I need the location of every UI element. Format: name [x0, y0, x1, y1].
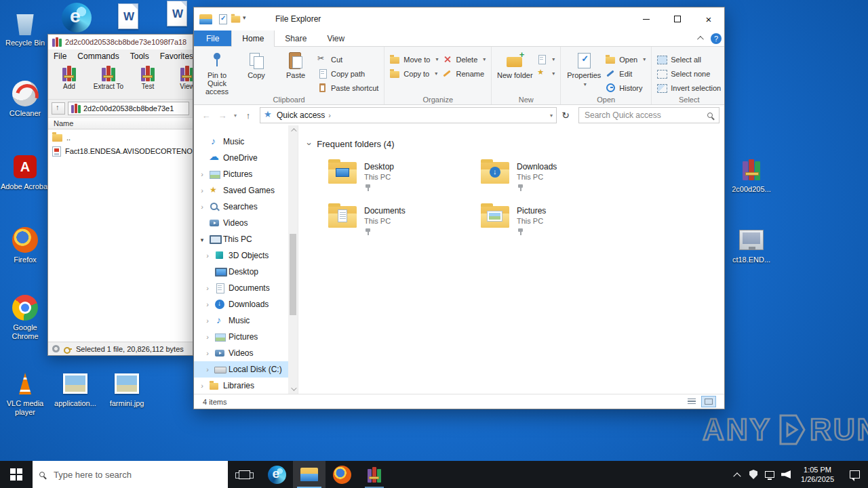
- qat-customize-chevron-icon[interactable]: [243, 14, 250, 24]
- paste-shortcut-button[interactable]: Paste shortcut: [315, 82, 380, 94]
- select-all-button[interactable]: Select all: [655, 54, 723, 65]
- desktop-icon-vlc[interactable]: VLC media player: [0, 370, 50, 417]
- copy-path-button[interactable]: Copy path: [315, 68, 380, 79]
- desktop-icon-recycle-bin[interactable]: Recycle Bin: [0, 9, 50, 47]
- copy-to-button[interactable]: Copy to: [388, 68, 440, 79]
- address-dropdown-icon[interactable]: ▾: [550, 113, 553, 119]
- pin-to-quick-access-button[interactable]: Pin to Quick access: [197, 49, 237, 96]
- breadcrumb[interactable]: Quick access: [277, 110, 325, 120]
- up-button[interactable]: ↑: [241, 108, 256, 123]
- nav-item-local-disk-c[interactable]: Local Disk (C:): [194, 361, 298, 378]
- nav-item-videos[interactable]: Videos: [194, 215, 298, 231]
- desktop-icon-ccleaner[interactable]: CCleaner: [0, 80, 50, 118]
- tab-file[interactable]: File: [194, 30, 231, 46]
- invert-selection-button[interactable]: Invert selection: [655, 82, 723, 94]
- nav-item-searches[interactable]: Searches: [194, 199, 298, 215]
- tray-security[interactable]: [745, 461, 762, 488]
- desktop-icon-fact18[interactable]: ct18.END...: [726, 226, 776, 264]
- delete-button[interactable]: Delete: [440, 54, 488, 65]
- nav-item-pictures-pc[interactable]: Pictures: [194, 329, 298, 345]
- properties-button[interactable]: Properties: [564, 49, 604, 89]
- nav-item-3d-objects[interactable]: 3D Objects: [194, 247, 298, 264]
- scrollbar-thumb[interactable]: [290, 234, 296, 315]
- chevron-right-icon[interactable]: [198, 203, 206, 211]
- frequent-folders-header[interactable]: Frequent folders (4): [308, 139, 724, 149]
- select-none-button[interactable]: Select none: [655, 68, 723, 79]
- menu-file[interactable]: File: [54, 52, 66, 61]
- winrar-title-bar[interactable]: 2d2c00d20538cb8bde73e1098f7a18: [48, 35, 193, 49]
- chevron-right-icon[interactable]: [203, 365, 212, 373]
- new-item-button[interactable]: [534, 54, 557, 65]
- nav-item-music[interactable]: Music: [194, 134, 298, 150]
- winrar-address-bar[interactable]: 2d2c00d20538cb8bde73e1: [68, 102, 189, 115]
- tab-share[interactable]: Share: [275, 30, 317, 46]
- open-button[interactable]: Open: [604, 54, 648, 65]
- menu-commands[interactable]: Commands: [77, 52, 119, 61]
- chevron-down-icon[interactable]: [304, 142, 315, 145]
- chevron-right-icon[interactable]: [198, 382, 206, 390]
- nav-item-music-pc[interactable]: Music: [194, 312, 298, 329]
- nav-item-documents[interactable]: Documents: [194, 280, 298, 296]
- winrar-extract-button[interactable]: Extract To: [90, 64, 127, 98]
- task-view-button[interactable]: [228, 461, 260, 488]
- taskbar-winrar[interactable]: [358, 461, 391, 488]
- desktop-icon-word-doc-1[interactable]: [103, 3, 153, 30]
- winrar-row-updir[interactable]: ..: [48, 131, 193, 144]
- maximize-button[interactable]: [662, 7, 693, 30]
- taskbar-firefox[interactable]: [326, 461, 358, 488]
- winrar-column-header[interactable]: Name: [48, 117, 193, 129]
- tab-home[interactable]: Home: [231, 30, 275, 47]
- nav-item-videos-pc[interactable]: Videos: [194, 345, 298, 361]
- tray-network[interactable]: [762, 461, 778, 488]
- tray-volume[interactable]: [778, 461, 794, 488]
- desktop-icon-edge[interactable]: [52, 4, 102, 31]
- folder-tile-downloads[interactable]: Downloads This PC: [481, 160, 633, 191]
- taskbar-file-explorer[interactable]: [293, 461, 326, 488]
- history-button[interactable]: History: [604, 82, 648, 94]
- qat-properties-button[interactable]: [217, 14, 228, 24]
- search-box[interactable]: [578, 107, 719, 123]
- copy-button[interactable]: Copy: [237, 49, 276, 79]
- thumbnails-view-button[interactable]: [701, 396, 716, 407]
- minimize-button[interactable]: [631, 7, 662, 30]
- desktop-icon-google-chrome[interactable]: Google Chrome: [0, 294, 50, 341]
- tab-view[interactable]: View: [317, 30, 355, 46]
- nav-item-downloads[interactable]: Downloads: [194, 296, 298, 312]
- move-to-button[interactable]: Move to: [388, 54, 440, 65]
- nav-item-pictures[interactable]: Pictures: [194, 166, 298, 182]
- winrar-row-file[interactable]: Fact18.ENDESA.AVISODECORTENOPAG: [48, 144, 193, 158]
- recent-locations-chevron-icon[interactable]: ▾: [231, 113, 239, 119]
- nav-item-libraries[interactable]: Libraries: [194, 378, 298, 394]
- menu-tools[interactable]: Tools: [130, 52, 149, 61]
- taskbar-search[interactable]: [33, 461, 228, 488]
- easy-access-button[interactable]: [534, 68, 557, 79]
- collapse-ribbon-button[interactable]: [690, 30, 708, 46]
- search-input[interactable]: [583, 110, 705, 121]
- chevron-right-icon[interactable]: [203, 333, 212, 341]
- nav-item-this-pc[interactable]: This PC: [194, 231, 298, 247]
- winrar-view-button[interactable]: View: [169, 64, 193, 98]
- winrar-add-button[interactable]: Add: [51, 64, 87, 98]
- close-button[interactable]: ×: [693, 7, 724, 30]
- desktop-icon-application-image[interactable]: application...: [50, 370, 100, 408]
- chevron-right-icon[interactable]: [198, 170, 206, 178]
- rename-button[interactable]: Rename: [440, 68, 488, 79]
- folder-tile-pictures[interactable]: Pictures This PC: [481, 204, 633, 235]
- paste-button[interactable]: Paste: [276, 49, 315, 79]
- explorer-title-bar[interactable]: File Explorer ×: [194, 7, 724, 30]
- taskbar-clock[interactable]: 1:05 PM 1/26/2025: [794, 465, 841, 484]
- scroll-down-arrow[interactable]: [288, 384, 298, 394]
- folder-tile-documents[interactable]: Documents This PC: [328, 204, 481, 235]
- show-hidden-icons-button[interactable]: [729, 461, 745, 488]
- taskbar-edge[interactable]: [260, 461, 293, 488]
- chevron-right-icon[interactable]: [203, 349, 212, 357]
- chevron-right-icon[interactable]: [203, 251, 212, 260]
- forward-button[interactable]: →: [215, 108, 230, 123]
- folder-tile-desktop[interactable]: Desktop This PC: [328, 160, 481, 191]
- taskbar-search-input[interactable]: [52, 469, 221, 481]
- desktop-icon-firefox[interactable]: Firefox: [0, 226, 50, 264]
- menu-favorites[interactable]: Favorites: [160, 52, 193, 61]
- nav-item-desktop[interactable]: Desktop: [194, 264, 298, 280]
- winrar-test-button[interactable]: Test: [130, 64, 166, 98]
- chevron-down-icon[interactable]: [198, 235, 206, 243]
